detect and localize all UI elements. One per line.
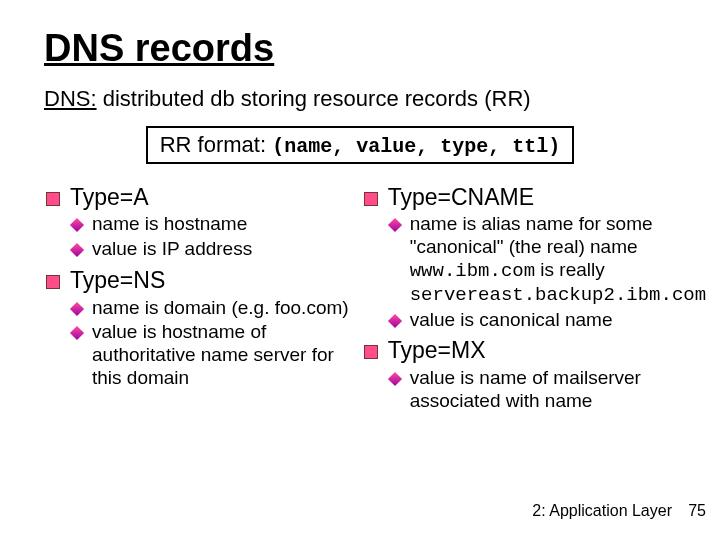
left-column: Type=A name is hostname value is IP addr… [44, 178, 354, 415]
type-ns-heading: Type=NS [70, 267, 165, 295]
subtitle-prefix: DNS: [44, 86, 97, 111]
square-bullet-icon [364, 192, 378, 206]
diamond-bullet-icon [70, 326, 84, 340]
slide: DNS records DNS: distributed db storing … [0, 0, 720, 540]
type-a-sub2: value is IP address [92, 238, 252, 261]
page-number: 75 [688, 502, 706, 520]
bullet-type-ns: Type=NS [44, 267, 354, 295]
type-ns-sub1: name is domain (e.g. foo.com) [92, 297, 349, 320]
rr-format-box: RR format: (name, value, type, ttl) [146, 126, 575, 164]
diamond-bullet-icon [70, 243, 84, 257]
subbullet-type-cname-1: name is alias name for some "canonical" … [390, 213, 706, 306]
diamond-bullet-icon [388, 218, 402, 232]
type-a-sub1: name is hostname [92, 213, 247, 236]
cname-code2: servereast.backup2.ibm.com [410, 284, 706, 306]
rr-format-tuple: (name, value, type, ttl) [272, 135, 560, 158]
subbullet-type-cname-2: value is canonical name [390, 309, 706, 332]
subbullet-type-a-2: value is IP address [72, 238, 354, 261]
bullet-type-mx: Type=MX [362, 337, 706, 365]
type-a-heading: Type=A [70, 184, 149, 212]
cname-mid: is really [535, 259, 605, 280]
type-ns-sub2: value is hostname of authoritative name … [92, 321, 354, 389]
two-columns: Type=A name is hostname value is IP addr… [44, 178, 676, 415]
diamond-bullet-icon [388, 314, 402, 328]
cname-code1: www.ibm.com [410, 260, 535, 282]
subtitle-rest: distributed db storing resource records … [97, 86, 531, 111]
slide-subtitle: DNS: distributed db storing resource rec… [44, 86, 676, 112]
square-bullet-icon [46, 192, 60, 206]
footer-text: 2: Application Layer [532, 502, 672, 520]
subbullet-type-ns-1: name is domain (e.g. foo.com) [72, 297, 354, 320]
type-cname-sub1: name is alias name for some "canonical" … [410, 213, 706, 306]
diamond-bullet-icon [70, 218, 84, 232]
bullet-type-a: Type=A [44, 184, 354, 212]
rr-format-box-wrap: RR format: (name, value, type, ttl) [44, 126, 676, 164]
diamond-bullet-icon [388, 372, 402, 386]
right-column: Type=CNAME name is alias name for some "… [362, 178, 706, 415]
cname-sub1a: name is alias name for some "canonical" … [410, 213, 653, 257]
square-bullet-icon [46, 275, 60, 289]
type-mx-heading: Type=MX [388, 337, 486, 365]
subbullet-type-a-1: name is hostname [72, 213, 354, 236]
type-cname-heading: Type=CNAME [388, 184, 534, 212]
type-cname-sub2: value is canonical name [410, 309, 613, 332]
rr-format-label: RR format: [160, 132, 272, 157]
type-mx-sub1: value is name of mailserver associated w… [410, 367, 706, 413]
diamond-bullet-icon [70, 302, 84, 316]
bullet-type-cname: Type=CNAME [362, 184, 706, 212]
square-bullet-icon [364, 345, 378, 359]
slide-title: DNS records [44, 28, 676, 70]
subbullet-type-mx-1: value is name of mailserver associated w… [390, 367, 706, 413]
subbullet-type-ns-2: value is hostname of authoritative name … [72, 321, 354, 389]
